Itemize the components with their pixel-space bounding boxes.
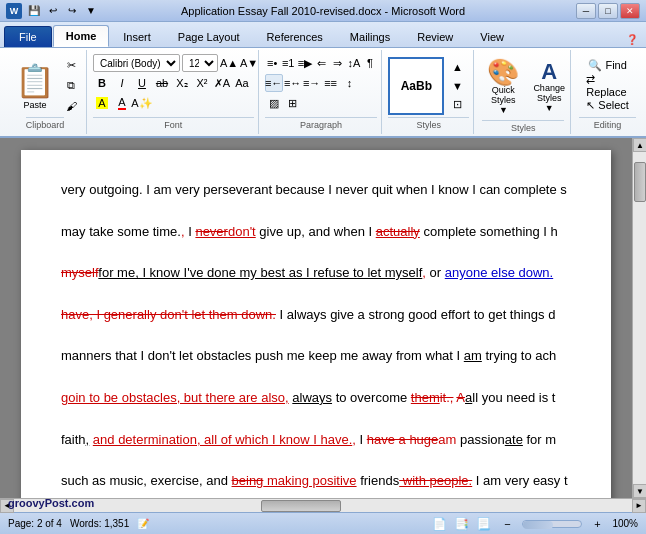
help-icon[interactable]: ❓: [624, 31, 640, 47]
scroll-right-arrow[interactable]: ►: [632, 499, 646, 513]
strikethrough-btn[interactable]: ab: [153, 74, 171, 92]
paste-button[interactable]: 📋 Paste: [10, 57, 60, 115]
clear-format-btn[interactable]: ✗A: [213, 74, 231, 92]
justify-btn[interactable]: ≡≡: [322, 74, 340, 92]
status-bar-right: 📄 📑 📃 − + 100%: [430, 515, 638, 533]
word-icon: W: [6, 3, 22, 19]
title-bar-left: W 💾 ↩ ↪ ▼: [6, 3, 99, 19]
multilevel-btn[interactable]: ≡▶: [297, 54, 313, 72]
numbering-btn[interactable]: ≡1: [281, 54, 296, 72]
quick-styles-group-label: Styles: [482, 120, 564, 133]
font-size-select[interactable]: 12 10 11 14: [182, 54, 218, 72]
scroll-up-arrow[interactable]: ▲: [633, 138, 646, 152]
line-spacing-btn[interactable]: ↕: [341, 74, 359, 92]
change-styles-button[interactable]: A ChangeStyles ▼: [528, 56, 570, 118]
doc-line-14: [61, 450, 571, 471]
styles-scroll: ▲ ▼ ⊡: [448, 58, 466, 114]
styles-scroll-down[interactable]: ▼: [448, 77, 466, 95]
change-case-btn[interactable]: Aa: [233, 74, 251, 92]
tab-references[interactable]: References: [254, 26, 336, 47]
document-area-container: very outgoing. I am very perseverant bec…: [0, 138, 646, 498]
text-highlight-btn[interactable]: A: [93, 94, 111, 112]
group-styles: AaBb ▲ ▼ ⊡ Styles: [384, 50, 474, 134]
title-bar: W 💾 ↩ ↪ ▼ Application Essay Fall 2010-re…: [0, 0, 646, 22]
borders-btn[interactable]: ⊞: [284, 94, 302, 112]
underline-btn[interactable]: U: [133, 74, 151, 92]
paste-label: Paste: [23, 100, 46, 110]
redo-quick-btn[interactable]: ↪: [64, 3, 80, 19]
cut-button[interactable]: ✂: [62, 57, 80, 75]
font-top-row: Calibri (Body) 12 10 11 14 A▲ A▼: [93, 54, 254, 72]
tab-review[interactable]: Review: [404, 26, 466, 47]
doc-line-6: [61, 284, 571, 305]
scroll-left-arrow[interactable]: ◄: [0, 499, 14, 513]
styles-label: Styles: [388, 117, 469, 130]
tab-file[interactable]: File: [4, 26, 52, 47]
scroll-track-v: [633, 152, 646, 484]
align-right-btn[interactable]: ≡→: [303, 74, 321, 92]
text-effects-btn[interactable]: A✨: [133, 94, 151, 112]
style-preview[interactable]: AaBb: [388, 57, 444, 115]
tab-insert[interactable]: Insert: [110, 26, 164, 47]
scroll-thumb-v[interactable]: [634, 162, 646, 202]
zoom-in-btn[interactable]: +: [588, 515, 606, 533]
document-scroll[interactable]: very outgoing. I am very perseverant bec…: [0, 138, 646, 498]
font-bot-row: A A A✨: [93, 94, 254, 112]
tab-mailings[interactable]: Mailings: [337, 26, 403, 47]
word-count: Words: 1,351: [70, 518, 129, 529]
page-info: Page: 2 of 4: [8, 518, 62, 529]
italic-btn[interactable]: I: [113, 74, 131, 92]
doc-line-5: myselffor me, I know I've done my best a…: [61, 263, 571, 284]
tab-home[interactable]: Home: [53, 25, 110, 47]
replace-button[interactable]: ⇄ Replace: [579, 77, 636, 95]
font-color-btn[interactable]: A: [113, 94, 131, 112]
align-center-btn[interactable]: ≡↔: [284, 74, 302, 92]
shading-btn[interactable]: ▨: [265, 94, 283, 112]
align-left-btn[interactable]: ≡←: [265, 74, 283, 92]
para-mid-row: ≡← ≡↔ ≡→ ≡≡ ↕: [265, 74, 378, 92]
window-controls: ─ □ ✕: [576, 3, 640, 19]
web-layout-btn[interactable]: 📃: [474, 515, 492, 533]
save-quick-btn[interactable]: 💾: [26, 3, 42, 19]
change-styles-icon: A: [541, 61, 557, 83]
font-name-select[interactable]: Calibri (Body): [93, 54, 180, 72]
restore-btn[interactable]: □: [598, 3, 618, 19]
dropdown-quick-btn[interactable]: ▼: [83, 3, 99, 19]
print-layout-btn[interactable]: 📄: [430, 515, 448, 533]
tab-page-layout[interactable]: Page Layout: [165, 26, 253, 47]
close-btn[interactable]: ✕: [620, 3, 640, 19]
ribbon-tabs: File Home Insert Page Layout References …: [0, 22, 646, 48]
scroll-down-arrow[interactable]: ▼: [633, 484, 646, 498]
proofing-icon[interactable]: 📝: [137, 518, 149, 529]
superscript-btn[interactable]: X²: [193, 74, 211, 92]
vertical-scrollbar[interactable]: ▲ ▼: [632, 138, 646, 498]
bold-btn[interactable]: B: [93, 74, 111, 92]
tab-view[interactable]: View: [467, 26, 517, 47]
format-painter-button[interactable]: 🖌: [62, 97, 80, 115]
doc-line-1: very outgoing. I am very perseverant bec…: [61, 180, 571, 201]
zoom-bar[interactable]: [522, 520, 582, 528]
scroll-thumb-h[interactable]: [261, 500, 341, 512]
quick-styles-button[interactable]: 🎨 QuickStyles ▼: [482, 54, 524, 120]
bullets-btn[interactable]: ≡•: [265, 54, 280, 72]
select-button[interactable]: ↖ Select: [579, 97, 636, 115]
document-page[interactable]: very outgoing. I am very perseverant bec…: [21, 150, 611, 498]
find-button[interactable]: 🔍 Find: [579, 57, 636, 75]
ribbon: 📋 Paste ✂ ⧉ 🖌 Clipboard Calibri (Body) 1…: [0, 48, 646, 138]
grow-font-btn[interactable]: A▲: [220, 54, 238, 72]
full-screen-btn[interactable]: 📑: [452, 515, 470, 533]
subscript-btn[interactable]: X₂: [173, 74, 191, 92]
zoom-out-btn[interactable]: −: [498, 515, 516, 533]
minimize-btn[interactable]: ─: [576, 3, 596, 19]
decrease-indent-btn[interactable]: ⇐: [314, 54, 329, 72]
sort-btn[interactable]: ↕A: [346, 54, 361, 72]
show-marks-btn[interactable]: ¶: [362, 54, 377, 72]
increase-indent-btn[interactable]: ⇒: [330, 54, 345, 72]
styles-scroll-up[interactable]: ▲: [448, 58, 466, 76]
font-mid-row: B I U ab X₂ X² ✗A Aa: [93, 74, 254, 92]
styles-more[interactable]: ⊡: [448, 96, 466, 114]
shrink-font-btn[interactable]: A▼: [240, 54, 258, 72]
copy-button[interactable]: ⧉: [62, 77, 80, 95]
doc-line-11: goin to be obstacles, but there are also…: [61, 388, 571, 409]
undo-quick-btn[interactable]: ↩: [45, 3, 61, 19]
